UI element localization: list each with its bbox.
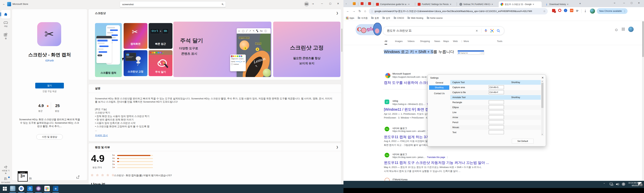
store-search-input[interactable]: screenshot 🔍︎ [120, 1, 226, 7]
chrome-maximize-button[interactable]: ▢ [630, 1, 632, 4]
app-publisher-link[interactable]: IOForth [12, 59, 87, 62]
dialog-close-icon[interactable]: ✕ [542, 76, 544, 79]
reviews-chevron-icon[interactable]: ❯ [336, 146, 338, 149]
screenshots-chevron-icon[interactable]: ❯ [336, 11, 338, 15]
rate-stars[interactable]: ☆ ☆ ☆ ☆ ☆ [91, 173, 115, 177]
tab-3[interactable]: fortinac:74::FortiNAC-VM-CA✕ [458, 1, 498, 7]
pinned-tab-2-icon[interactable] [361, 2, 364, 5]
shortcut-input-pencil[interactable] [489, 120, 504, 124]
window-pin-icon[interactable]: 📌︎ [613, 1, 616, 5]
dialog-nav-contact[interactable]: Contact Us [430, 92, 449, 95]
taskbar-clock[interactable]: 10:14:38 AM 9/5/2024 [628, 182, 639, 187]
new-chrome-button[interactable]: New Chrome available ⋮ [597, 8, 628, 14]
shortcut-input-text[interactable] [489, 130, 504, 134]
banner-annotate[interactable]: 주석 달기 다양한 도구로 콘텐츠 표시 ▭ ◯ ╱ ↗ ✎ ▚ Aa 1 [173, 22, 271, 77]
profile-avatar[interactable] [590, 8, 595, 13]
back-icon[interactable]: ← [346, 9, 349, 13]
bookmark-folder-5[interactable]: Web Hosting [408, 17, 423, 19]
store-account-avatar[interactable]: DH [304, 1, 309, 6]
tab-all[interactable]: All [384, 40, 387, 44]
result-site[interactable]: 네이버 블로그 [392, 153, 407, 156]
snipping-tool-mini-window[interactable]: Snipping Tool ─ ▢ ✕ [458, 50, 484, 55]
labs-icon[interactable]: ⌬ [615, 28, 618, 32]
sidebar-item-whats-new[interactable]: 새로운 기능 [1, 165, 10, 174]
tab-close-icon[interactable]: ✕ [492, 3, 493, 5]
shortcut-input-ellipse[interactable] [489, 105, 504, 109]
screenshot-tile-pin[interactable]: 스크린샷 고정 [124, 50, 148, 76]
tray-network-icon[interactable] [610, 183, 613, 186]
screenshot-tile-scrolling[interactable]: Done 스크롤링 캡쳐 [95, 23, 122, 77]
tab-web[interactable]: Web [453, 40, 458, 42]
voice-search-icon[interactable] [484, 29, 488, 32]
tab-shopping[interactable]: Shopping [420, 40, 430, 42]
bookmark-folder-6[interactable]: home source [427, 17, 442, 19]
tab-more[interactable]: ⋮ More [461, 40, 469, 42]
taskbar-system-tool-icon[interactable] [10, 186, 16, 191]
tab-4-active[interactable]: 윈도우 스크린샷 11 - Google Se✕ [499, 1, 542, 7]
dialog-scrollbar[interactable]: ▲ ▼ [541, 80, 544, 136]
google-account-avatar[interactable] [628, 27, 634, 32]
tools-button[interactable]: Tools [497, 40, 502, 42]
bookmark-folder-4[interactable]: CISCO [394, 17, 404, 19]
tab-close-icon[interactable]: ✕ [567, 3, 568, 5]
mini-window-controls[interactable]: ─ ▢ ✕ [480, 52, 483, 54]
extension-idm-icon[interactable]: ↓ [564, 9, 567, 12]
share-icon[interactable] [76, 175, 80, 179]
tab-2[interactable]: FortiNAC Settings for Persistent✕ [416, 1, 456, 7]
screenshot-tile-annotate[interactable]: 주석 달기 [149, 50, 172, 76]
shortcut-input-mosaic[interactable] [489, 125, 504, 129]
home-icon[interactable]: ⌂ [364, 9, 366, 13]
search-icon[interactable] [497, 29, 500, 32]
shortcut-input-capture-area[interactable]: Ctrl+Alt+S [489, 85, 504, 89]
extension-fortinet-icon[interactable]: 8 [552, 9, 555, 12]
extension-opera-icon[interactable] [558, 9, 561, 12]
tab-images[interactable]: Images [395, 40, 403, 42]
show-more-link[interactable]: 자세히 표시 [95, 134, 108, 137]
banner-pin[interactable]: 스크린샷 고정 필요한 콘텐츠를 항상 보이게 유지 [273, 22, 340, 77]
scroll-up-icon[interactable]: ▲ [542, 80, 543, 82]
kebab-menu-icon[interactable]: ⋮ [624, 10, 626, 12]
result-site[interactable]: ITWorld Korea [392, 178, 408, 181]
dialog-nav-general[interactable]: General [430, 81, 449, 84]
unpin-icon[interactable]: 📌︎ [311, 2, 315, 6]
reload-icon[interactable]: ↻ [358, 9, 361, 13]
back-icon[interactable]: ← [2, 2, 5, 5]
bookmark-folder-2[interactable]: 동호 [371, 17, 379, 20]
result-url[interactable]: https://m.blog.naver.com › jwkan... · Tr… [392, 156, 448, 159]
font-select[interactable]: Segou UI ▾ [231, 58, 238, 60]
tab-close-icon[interactable]: ✕ [408, 3, 410, 5]
result-site[interactable]: velog [392, 100, 398, 102]
google-search-box[interactable]: 윈도우 스크린샷 11 ✕ [383, 26, 504, 35]
store-minimize-button[interactable]: ─ [321, 2, 323, 5]
search-icon[interactable]: 🔍︎ [222, 3, 224, 6]
chrome-close-button[interactable]: ✕ [638, 1, 640, 4]
new-tab-button[interactable]: + [579, 2, 581, 5]
tab-5[interactable]: ⭳ Download history✕ [544, 1, 576, 7]
taskbar-chrome-icon[interactable] [18, 186, 24, 191]
tray-disabled-icon[interactable]: ✕ [622, 183, 625, 186]
tab-search-icon[interactable]: ⌄ [345, 2, 347, 5]
tray-volume-icon[interactable] [616, 183, 619, 186]
forward-icon[interactable]: → [352, 9, 356, 13]
screenshot-tile-quick-access[interactable]: Ctrl + Sh 빠른 접근 [149, 23, 172, 49]
opacity-slider[interactable] [236, 61, 242, 62]
result-site[interactable]: Microsoft Support [392, 72, 411, 75]
tab-videos[interactable]: Videos [408, 40, 415, 42]
outlined-checkbox[interactable] [231, 63, 233, 65]
bookmark-star-icon[interactable]: ☆ [543, 10, 546, 13]
google-doodle[interactable]: C gle [356, 22, 382, 39]
scrollbar-thumb[interactable] [642, 21, 644, 57]
pinned-tab-3-icon[interactable] [368, 2, 371, 5]
google-apps-grid-icon[interactable] [622, 28, 625, 30]
tab-1[interactable]: Comprehensive guide for a sim✕ [374, 1, 414, 7]
shortcut-input-capture-file[interactable]: Ctrl+Alt+F [489, 90, 504, 94]
age-rating-link[interactable]: 3+ [29, 177, 32, 180]
taskbar-capture-app-icon[interactable] [36, 186, 41, 191]
tab-close-icon[interactable]: ✕ [532, 3, 534, 5]
bookmark-apps[interactable]: Apps [346, 17, 354, 19]
screenshot-tile-capture[interactable]: ✂ 캡쳐화면 [124, 23, 148, 49]
tab-news[interactable]: News [434, 40, 440, 42]
sidebar-item-apps[interactable]: 앱 [1, 33, 10, 42]
open-button[interactable]: 열기 [35, 83, 64, 88]
store-scrollbar[interactable] [341, 29, 342, 52]
